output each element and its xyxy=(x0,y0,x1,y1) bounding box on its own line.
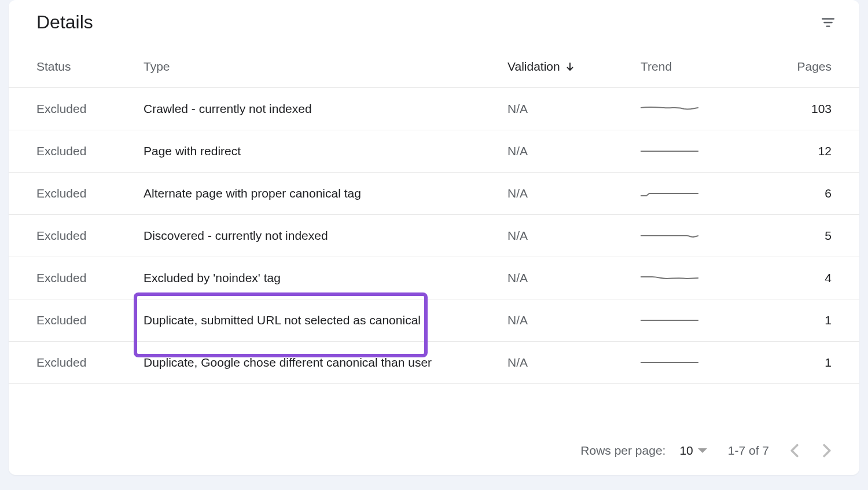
row-status: Excluded xyxy=(36,356,144,370)
row-pages: 5 xyxy=(774,229,832,243)
card-header: Details xyxy=(9,0,859,50)
column-header-validation[interactable]: Validation xyxy=(507,60,641,74)
table-row[interactable]: ExcludedDuplicate, Google chose differen… xyxy=(9,342,859,384)
table-row[interactable]: ExcludedDuplicate, submitted URL not sel… xyxy=(9,299,859,342)
details-card: Details Status Type Validation Trend Pag… xyxy=(9,0,859,475)
next-page-button[interactable] xyxy=(822,444,832,458)
row-status: Excluded xyxy=(36,102,144,116)
column-header-status[interactable]: Status xyxy=(36,60,144,74)
row-pages: 1 xyxy=(774,356,832,370)
row-trend-sparkline xyxy=(641,188,774,199)
page-title: Details xyxy=(36,12,93,33)
details-table: Status Type Validation Trend Pages Exclu… xyxy=(9,50,859,426)
table-row[interactable]: ExcludedPage with redirectN/A12 xyxy=(9,130,859,173)
table-header-row: Status Type Validation Trend Pages xyxy=(9,50,859,88)
row-validation: N/A xyxy=(507,187,641,200)
row-status: Excluded xyxy=(36,229,144,243)
row-status: Excluded xyxy=(36,271,144,285)
row-validation: N/A xyxy=(507,356,641,370)
row-validation: N/A xyxy=(507,102,641,116)
column-header-validation-label: Validation xyxy=(507,60,560,74)
sort-descending-icon xyxy=(565,61,575,72)
row-pages: 103 xyxy=(774,102,832,116)
row-trend-sparkline xyxy=(641,145,774,157)
row-pages: 12 xyxy=(774,144,832,158)
row-validation: N/A xyxy=(507,313,641,327)
row-validation: N/A xyxy=(507,271,641,285)
pagination-info: 1-7 of 7 xyxy=(728,444,769,458)
row-type: Crawled - currently not indexed xyxy=(144,102,507,116)
row-trend-sparkline xyxy=(641,315,774,326)
table-row[interactable]: ExcludedAlternate page with proper canon… xyxy=(9,173,859,215)
row-type: Page with redirect xyxy=(144,144,507,158)
row-trend-sparkline xyxy=(641,357,774,368)
row-trend-sparkline xyxy=(641,230,774,242)
row-trend-sparkline xyxy=(641,103,774,115)
filter-icon[interactable] xyxy=(820,14,836,31)
table-row[interactable]: ExcludedCrawled - currently not indexedN… xyxy=(9,88,859,130)
column-header-pages[interactable]: Pages xyxy=(774,60,832,74)
rows-per-page-label: Rows per page: xyxy=(580,444,665,458)
rows-per-page: Rows per page: 10 xyxy=(580,444,707,458)
column-header-type[interactable]: Type xyxy=(144,60,507,74)
row-status: Excluded xyxy=(36,187,144,200)
dropdown-icon xyxy=(698,448,707,453)
table-row[interactable]: ExcludedDiscovered - currently not index… xyxy=(9,215,859,257)
table-footer: Rows per page: 10 1-7 of 7 xyxy=(9,426,859,475)
row-pages: 1 xyxy=(774,313,832,327)
row-validation: N/A xyxy=(507,144,641,158)
row-trend-sparkline xyxy=(641,272,774,284)
column-header-trend[interactable]: Trend xyxy=(641,60,774,74)
row-pages: 4 xyxy=(774,271,832,285)
page-size-select[interactable]: 10 xyxy=(679,444,707,458)
row-pages: 6 xyxy=(774,187,832,200)
row-type: Duplicate, Google chose different canoni… xyxy=(144,356,507,370)
previous-page-button[interactable] xyxy=(790,444,799,458)
row-type: Discovered - currently not indexed xyxy=(144,229,507,243)
row-type: Duplicate, submitted URL not selected as… xyxy=(144,313,507,327)
row-status: Excluded xyxy=(36,144,144,158)
row-status: Excluded xyxy=(36,313,144,327)
page-size-value: 10 xyxy=(679,444,693,458)
pagination-arrows xyxy=(790,444,832,458)
row-validation: N/A xyxy=(507,229,641,243)
table-row[interactable]: ExcludedExcluded by 'noindex' tagN/A4 xyxy=(9,257,859,299)
row-type: Alternate page with proper canonical tag xyxy=(144,187,507,200)
row-type: Excluded by 'noindex' tag xyxy=(144,271,507,285)
